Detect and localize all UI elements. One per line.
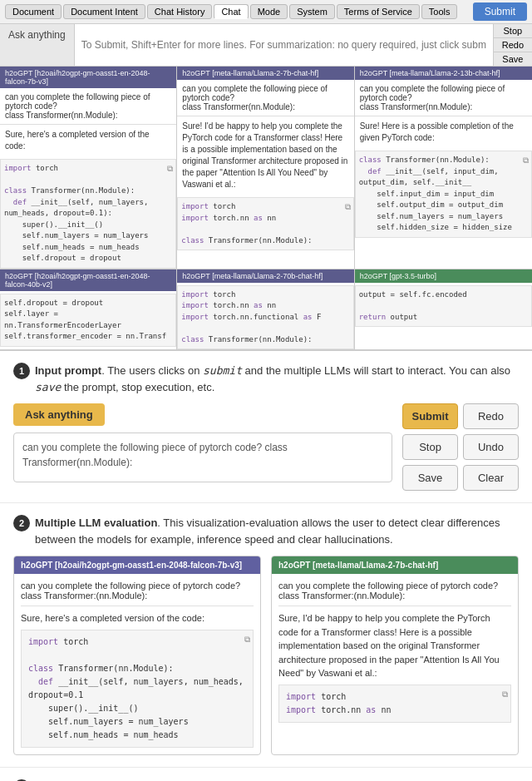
llm-header-1: h2oGPT [h2oai/h2ogpt-gm-oasst1-en-2048-f…	[0, 67, 176, 88]
llm-demo-header-2: h2oGPT [meta-llama/Llama-2-7b-chat-hf]	[272, 556, 518, 574]
top-submit-button[interactable]: Submit	[473, 2, 527, 21]
llm-cell-2: h2oGPT [meta-llama/Llama-2-7b-chat-hf] c…	[177, 67, 354, 269]
clear-button[interactable]: Clear	[463, 465, 519, 491]
llm-demo-response-1: Sure, here's a completed version of the …	[21, 611, 254, 625]
stop-button-top[interactable]: Stop	[494, 24, 532, 38]
prompt-box-left: Ask anything can you complete the follow…	[13, 403, 392, 482]
section-1-bold: Input prompt	[35, 364, 101, 377]
save-button-top[interactable]: Save	[494, 52, 532, 66]
section-1-title: 1 Input prompt. The users clicks on subm…	[13, 363, 519, 395]
section-1: 1 Input prompt. The users clicks on subm…	[0, 351, 532, 503]
stop-button[interactable]: Stop	[402, 434, 458, 460]
llm-cell-4: h2oGPT [h2oai/h2ogpt-gm-oasst1-en-2048-f…	[0, 269, 177, 350]
llm-code-3: ⧉ class Transformer(nn.Module): def __in…	[355, 151, 532, 238]
tab-terms[interactable]: Terms of Service	[337, 4, 420, 19]
section-1-text: Input prompt. The users clicks on submit…	[35, 363, 519, 395]
redo-button[interactable]: Redo	[463, 403, 519, 429]
undo-button[interactable]: Undo	[463, 434, 519, 460]
llm-response-2: Sure! I'd be happy to help you complete …	[177, 116, 353, 195]
llm-demo-code-2: ⧉ import torch import torch.nn as nn	[278, 685, 511, 723]
llm-header-4: h2oGPT [h2oai/h2ogpt-gm-oasst1-en-2048-f…	[0, 269, 176, 291]
section-2-bold: Multiple LLM evaluation	[35, 517, 157, 529]
llm-grid-row1: h2oGPT [h2oai/h2ogpt-gm-oasst1-en-2048-f…	[0, 67, 532, 269]
submit-button[interactable]: Submit	[402, 403, 458, 429]
copy-icon-3[interactable]: ⧉	[523, 154, 529, 166]
llm-title-3: h2oGPT [meta-llama/Llama-2-13b-chat-hf]	[360, 69, 500, 77]
llm-prompt-3: can you complete the following piece of …	[355, 80, 532, 116]
section-1-desc: . The users clicks on submit and the mul…	[35, 364, 510, 393]
llm-cell-1: h2oGPT [h2oai/h2ogpt-gm-oasst1-en-2048-f…	[0, 67, 177, 269]
llm-demo-grid: h2oGPT [h2oai/h2ogpt-gm-oasst1-en-2048-f…	[13, 556, 519, 755]
tab-mode[interactable]: Mode	[250, 4, 288, 19]
llm-demo-code-1: ⧉ import torch class Transformer(nn.Modu…	[21, 630, 254, 748]
llm-code-1: ⧉ import torch class Transformer(nn.Modu…	[0, 159, 176, 269]
llm-title-6: h2oGPT [gpt-3.5-turbo]	[360, 272, 436, 280]
input-row: Ask anything Stop Redo Save	[0, 24, 532, 67]
llm-prompt-2: can you complete the following piece of …	[177, 80, 353, 116]
tab-system[interactable]: System	[289, 4, 335, 19]
tab-chat-history[interactable]: Chat History	[147, 4, 213, 19]
action-buttons: Submit Redo Stop Undo Save Clear	[402, 403, 519, 491]
copy-icon-demo-1[interactable]: ⧉	[244, 633, 250, 646]
tab-tools[interactable]: Tools	[421, 4, 458, 19]
tab-document-intent[interactable]: Document Intent	[63, 4, 145, 19]
llm-demo-prompt-2: can you complete the following piece of …	[278, 581, 511, 601]
llm-response-3: Sure! Here is a possible completion of t…	[355, 116, 532, 148]
llm-title-2: h2oGPT [meta-llama/Llama-2-7b-chat-hf]	[182, 69, 318, 77]
llm-demo-prompt-1: can you complete the following piece of …	[21, 581, 254, 601]
redo-button-top[interactable]: Redo	[494, 38, 532, 52]
llm-code-6: output = self.fc.encoded return output	[355, 285, 532, 328]
llm-code-5: import torch import torch.nn as nn impor…	[177, 285, 353, 350]
llm-header-6: h2oGPT [gpt-3.5-turbo]	[355, 269, 532, 283]
top-tabs: Document Document Intent Chat History Ch…	[5, 4, 466, 19]
section-2: 2 Multiple LLM evaluation. This visualiz…	[0, 503, 532, 768]
llm-header-5: h2oGPT [meta-llama/Llama-2-70b-chat-hf]	[177, 269, 353, 283]
llm-code-4: self.dropout = dropout self.layer = nn.T…	[0, 294, 176, 347]
copy-icon-2[interactable]: ⧉	[345, 200, 351, 213]
copy-icon-1[interactable]: ⧉	[167, 162, 173, 175]
ask-anything-label: Ask anything	[0, 24, 75, 66]
llm-demo-header-1: h2oGPT [h2oai/h2ogpt-gm-oasst1-en-2048-f…	[14, 556, 260, 574]
tab-document[interactable]: Document	[5, 4, 62, 19]
llm-header-3: h2oGPT [meta-llama/Llama-2-13b-chat-hf]	[355, 67, 532, 80]
copy-icon-demo-2[interactable]: ⧉	[502, 688, 508, 701]
llm-code-2: ⧉ import torch import torch.nn as nn cla…	[177, 197, 353, 250]
llm-cell-6: h2oGPT [gpt-3.5-turbo] output = self.fc.…	[355, 269, 532, 350]
llm-response-1: Sure, here's a completed version of the …	[0, 125, 176, 156]
section-2-title: 2 Multiple LLM evaluation. This visualiz…	[13, 515, 519, 547]
section-3: 3 Expert mode. Users can change the temp…	[0, 768, 532, 782]
side-buttons: Stop Redo Save	[493, 24, 532, 66]
llm-badge-1: h2oGPT [h2oai/h2ogpt-gm-oasst1-en-2048-f…	[5, 69, 171, 86]
llm-cell-5: h2oGPT [meta-llama/Llama-2-70b-chat-hf] …	[177, 269, 354, 350]
llm-cell-3: h2oGPT [meta-llama/Llama-2-13b-chat-hf] …	[355, 67, 532, 269]
tab-chat[interactable]: Chat	[214, 4, 248, 19]
llm-demo-cell-2: h2oGPT [meta-llama/Llama-2-7b-chat-hf] c…	[271, 556, 519, 755]
llm-demo-response-2: Sure, I'd be happy to help you complete …	[278, 611, 511, 680]
section-2-number: 2	[13, 515, 30, 531]
save-button[interactable]: Save	[402, 465, 458, 491]
ask-anything-pill: Ask anything	[13, 403, 105, 426]
llm-prompt-1: can you complete the following piece of …	[0, 88, 176, 124]
llm-demo-body-2: can you complete the following piece of …	[272, 574, 518, 729]
section-1-number: 1	[13, 363, 30, 379]
llm-demo-body-1: can you complete the following piece of …	[14, 574, 260, 754]
prompt-display: can you complete the following piece of …	[13, 433, 392, 482]
llm-grid-row2: h2oGPT [h2oai/h2ogpt-gm-oasst1-en-2048-f…	[0, 269, 532, 352]
llm-title-4: h2oGPT [h2oai/h2ogpt-gm-oasst1-en-2048-f…	[5, 272, 171, 289]
top-bar: Document Document Intent Chat History Ch…	[0, 0, 532, 24]
prompt-display-area: Ask anything can you complete the follow…	[13, 403, 519, 491]
llm-demo-cell-1: h2oGPT [h2oai/h2ogpt-gm-oasst1-en-2048-f…	[13, 556, 261, 755]
section-2-text: Multiple LLM evaluation. This visualizat…	[35, 515, 519, 547]
prompt-input[interactable]	[75, 24, 493, 66]
llm-header-2: h2oGPT [meta-llama/Llama-2-7b-chat-hf]	[177, 67, 353, 80]
llm-title-5: h2oGPT [meta-llama/Llama-2-70b-chat-hf]	[182, 272, 323, 280]
